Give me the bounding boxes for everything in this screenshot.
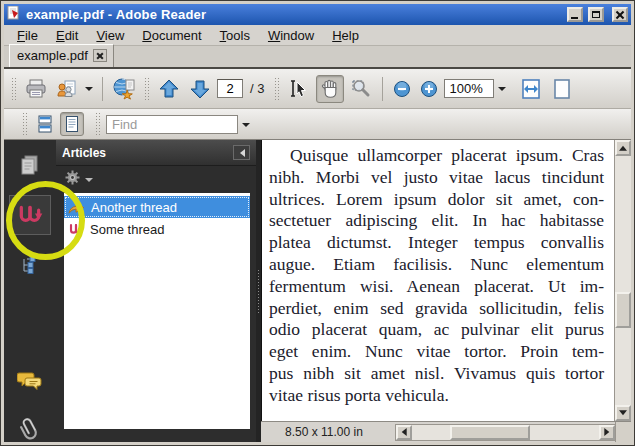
comments-icon <box>17 369 43 393</box>
zoom-out-icon <box>393 80 411 98</box>
menu-view[interactable]: View <box>87 27 133 44</box>
minimize-button[interactable] <box>567 7 583 22</box>
fit-width-button[interactable] <box>517 75 545 103</box>
arrow-right-icon <box>604 428 613 436</box>
single-page-icon <box>63 115 81 133</box>
menu-file[interactable]: File <box>8 27 47 44</box>
hand-tool-button[interactable] <box>316 75 344 103</box>
vertical-scrollbar[interactable] <box>614 140 631 421</box>
document-text-line: augue. Etiam facilisis. Nunc elementum <box>269 254 604 276</box>
arrow-left-icon <box>398 428 407 436</box>
thread-item-another-thread[interactable]: Another thread <box>64 196 250 218</box>
toolbar-grip[interactable] <box>95 112 100 136</box>
select-tool-icon <box>288 78 310 100</box>
layers-icon <box>19 254 41 276</box>
window-title: example.pdf - Adobe Reader <box>26 7 562 22</box>
status-bar: 8.50 x 11.00 in <box>261 421 631 442</box>
scroll-left-button[interactable] <box>396 425 412 440</box>
toolbar-grip[interactable] <box>144 77 149 101</box>
thread-label: Some thread <box>90 222 164 237</box>
comments-panel-button[interactable] <box>13 367 47 396</box>
zoom-level-value: 100% <box>449 81 482 96</box>
document-text-line: pus nibh sit amet nisl. Vivamus quis tor… <box>269 363 604 385</box>
zoom-out-button[interactable] <box>390 77 414 101</box>
pdf-app-icon <box>7 6 21 24</box>
splitter-grip <box>257 269 260 313</box>
tab-close-icon[interactable] <box>93 49 107 62</box>
vertical-scroll-track[interactable] <box>615 156 631 405</box>
attachments-panel-button[interactable] <box>13 414 47 443</box>
horizontal-scroll-thumb[interactable] <box>450 425 530 440</box>
layers-panel-button[interactable] <box>13 251 47 280</box>
titlebar: example.pdf - Adobe Reader <box>4 4 631 25</box>
tab-bar: example.pdf <box>4 46 631 69</box>
articles-panel: Articles Another thread Some thread <box>56 140 256 442</box>
document-text-line: platea dictumst. Integer tempus convalli… <box>269 232 604 254</box>
scroll-right-button[interactable] <box>599 425 615 440</box>
next-page-button[interactable] <box>186 75 214 103</box>
collaborate-button[interactable] <box>53 75 81 103</box>
toolbar-grip[interactable] <box>22 112 27 136</box>
tab-example-pdf[interactable]: example.pdf <box>9 44 114 67</box>
document-text-line: eget enim. Nunc vitae tortor. Proin tem- <box>269 341 604 363</box>
menubar: File Edit View Document Tools Window Hel… <box>4 25 631 46</box>
horizontal-scroll-track[interactable] <box>412 425 599 440</box>
zoom-in-button[interactable] <box>417 77 441 101</box>
menu-document[interactable]: Document <box>133 27 210 44</box>
panel-splitter[interactable] <box>256 140 261 442</box>
scroll-down-button[interactable] <box>615 405 631 421</box>
current-thread-arrow-icon <box>68 200 85 215</box>
page-size-label: 8.50 x 11.00 in <box>285 425 381 439</box>
page-display-toolbar <box>4 109 631 140</box>
hand-tool-icon <box>319 78 341 100</box>
articles-panel-button[interactable] <box>9 195 51 235</box>
gear-icon <box>64 169 81 186</box>
fit-page-button[interactable] <box>548 75 576 103</box>
find-input[interactable] <box>106 115 238 134</box>
zoom-dropdown-arrow[interactable] <box>498 87 506 95</box>
menu-window[interactable]: Window <box>259 27 323 44</box>
thread-item-some-thread[interactable]: Some thread <box>64 218 250 240</box>
document-text-line: sectetuer adipiscing elit. In hac habita… <box>269 210 604 232</box>
menu-help[interactable]: Help <box>323 27 368 44</box>
zoom-in-icon <box>420 80 438 98</box>
close-button[interactable] <box>612 7 628 22</box>
globe-star-icon <box>112 77 136 101</box>
arrow-up-icon <box>619 142 627 151</box>
select-tool-button[interactable] <box>285 75 313 103</box>
document-text-line: Quisque ullamcorper placerat ipsum. Cras <box>269 145 604 167</box>
menu-edit[interactable]: Edit <box>47 27 87 44</box>
pages-panel-button[interactable] <box>13 152 47 181</box>
zoom-level-combobox[interactable]: 100% <box>444 79 494 98</box>
page-number-input[interactable] <box>217 79 243 98</box>
options-dropdown-arrow[interactable] <box>85 178 93 186</box>
previous-page-button[interactable] <box>155 75 183 103</box>
articles-icon <box>17 202 43 228</box>
collapse-panel-button[interactable] <box>233 145 250 160</box>
toolbar-grip[interactable] <box>274 77 279 101</box>
document-body: Quisque ullamcorper placerat ipsum. Cras… <box>261 140 631 421</box>
options-gear-button[interactable] <box>64 169 81 190</box>
collaborate-dropdown-arrow[interactable] <box>85 87 93 95</box>
collapse-arrow-icon <box>236 149 245 157</box>
scroll-up-button[interactable] <box>615 140 631 156</box>
tab-label: example.pdf <box>17 48 88 63</box>
shared-review-button[interactable] <box>110 75 138 103</box>
toolbar-grip[interactable] <box>11 77 16 101</box>
menu-tools[interactable]: Tools <box>211 27 259 44</box>
find-dropdown-arrow[interactable] <box>242 123 250 131</box>
marquee-zoom-button[interactable] <box>347 75 375 103</box>
print-button[interactable] <box>22 75 50 103</box>
document-area: Quisque ullamcorper placerat ipsum. Cras… <box>261 140 631 442</box>
horizontal-scrollbar[interactable] <box>395 424 615 441</box>
document-text-line: odio placerat quam, ac pulvinar elit pur… <box>269 319 604 341</box>
paperclip-icon <box>18 415 42 441</box>
document-page[interactable]: Quisque ullamcorper placerat ipsum. Cras… <box>261 140 614 421</box>
scrolling-mode-button[interactable] <box>33 112 57 136</box>
vertical-scroll-thumb[interactable] <box>615 292 631 328</box>
document-text-line: fermentum wisi. Aenean placerat. Ut im- <box>269 276 604 298</box>
thread-label: Another thread <box>91 200 177 215</box>
single-page-mode-button[interactable] <box>60 112 84 136</box>
main-toolbar: / 3 100% <box>4 69 631 109</box>
maximize-button[interactable] <box>588 7 604 22</box>
